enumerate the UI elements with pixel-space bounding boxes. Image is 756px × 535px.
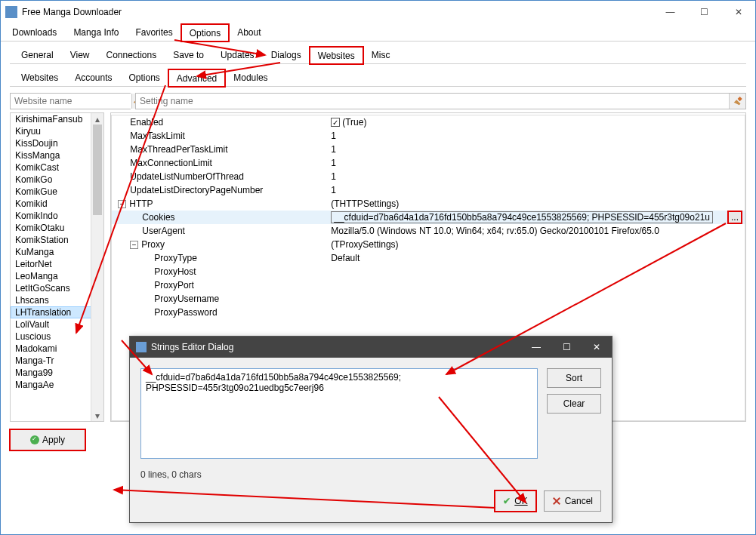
strings-textarea[interactable] [140, 368, 538, 459]
list-item[interactable]: KomikStation [11, 234, 103, 246]
close-button[interactable]: ✕ [721, 1, 755, 23]
tab-options[interactable]: Options [181, 24, 229, 42]
list-item[interactable]: Manga99 [11, 367, 103, 379]
list-item[interactable]: LHTranslation [11, 306, 103, 318]
website-list-panel: KirishimaFansubKiryuuKissDoujinKissManga… [10, 112, 104, 422]
list-item[interactable]: Komikid [11, 198, 103, 210]
check-icon: ✔ [503, 496, 511, 506]
prop-proxyport[interactable]: ProxyPort [112, 278, 745, 292]
checkbox-icon: ✓ [331, 118, 340, 127]
cookies-value[interactable]: __cfduid=d7ba6d4a1da716fd150bb5a8a794c49… [331, 211, 713, 223]
list-item[interactable]: KomikGue [11, 186, 103, 198]
prop-proxypass[interactable]: ProxyPassword [112, 306, 745, 319]
website-search [10, 93, 131, 109]
scroll-up-icon[interactable]: ▴ [91, 113, 103, 125]
tab-downloads[interactable]: Downloads [4, 23, 65, 41]
tab-websites[interactable]: Websites [13, 69, 66, 86]
tab-connections[interactable]: Connections [98, 46, 165, 63]
tab-save-to[interactable]: Save to [165, 46, 212, 63]
list-item[interactable]: KomikOtaku [11, 222, 103, 234]
dialog-status: 0 lines, 0 chars [130, 469, 612, 484]
tab-about[interactable]: About [229, 23, 269, 41]
list-item[interactable]: Luscious [11, 331, 103, 343]
prop-proxy[interactable]: −Proxy(TProxySettings) [112, 238, 745, 251]
tab-view[interactable]: View [62, 46, 98, 63]
list-item[interactable]: LetItGoScans [11, 282, 103, 294]
edit-cookies-button[interactable]: ... [728, 211, 742, 223]
tab-options[interactable]: Options [121, 69, 168, 86]
prop-maxconn[interactable]: MaxConnectionLimit1 [112, 156, 745, 170]
main-tabs: DownloadsManga InfoFavoritesOptionsAbout [1, 23, 755, 42]
list-item[interactable]: Kiryuu [11, 125, 103, 137]
tab-advanced[interactable]: Advanced [168, 69, 225, 87]
app-icon [5, 6, 17, 18]
options-tabs: GeneralViewConnectionsSave toUpdatesDial… [10, 46, 746, 64]
tab-favorites[interactable]: Favorites [127, 23, 181, 41]
setting-search [135, 93, 746, 109]
dialog-minimize-button[interactable]: — [521, 337, 551, 358]
cancel-button[interactable]: Cancel [544, 490, 601, 512]
prop-enabled[interactable]: Enabled✓ (True) [112, 115, 745, 129]
prop-cookies[interactable]: Cookies__cfduid=d7ba6d4a1da716fd150bb5a8… [112, 211, 745, 224]
list-item[interactable]: KuManga [11, 246, 103, 258]
strings-editor-dialog: Strings Editor Dialog — ☐ ✕ Sort Clear 0… [129, 336, 613, 523]
list-item[interactable]: KomikCast [11, 161, 103, 174]
close-icon [552, 497, 561, 506]
apply-button[interactable]: Apply [10, 429, 85, 450]
maximize-button[interactable]: ☐ [687, 1, 721, 23]
tab-manga-info[interactable]: Manga Info [65, 23, 127, 41]
tab-dialogs[interactable]: Dialogs [263, 46, 310, 63]
prop-http[interactable]: −HTTP(THTTPSettings) [112, 197, 745, 211]
collapse-icon[interactable]: − [130, 241, 138, 249]
tab-misc[interactable]: Misc [363, 46, 399, 63]
dialog-maximize-button[interactable]: ☐ [551, 337, 582, 358]
website-search-input[interactable] [11, 94, 131, 109]
list-item[interactable]: LoliVault [11, 318, 103, 331]
prop-proxytype[interactable]: ProxyTypeDefault [112, 251, 745, 265]
sort-button[interactable]: Sort [547, 368, 601, 388]
dialog-titlebar: Strings Editor Dialog — ☐ ✕ [130, 337, 612, 358]
scrollbar[interactable]: ▴ ▾ [91, 113, 103, 421]
clear-button[interactable]: Clear [547, 394, 601, 414]
prop-useragent[interactable]: UserAgentMozilla/5.0 (Windows NT 10.0; W… [112, 224, 745, 238]
check-icon [30, 435, 39, 444]
dialog-close-button[interactable]: ✕ [582, 337, 612, 358]
list-item[interactable]: Lhscans [11, 294, 103, 306]
window-title: Free Manga Downloader [22, 7, 653, 17]
collapse-icon[interactable]: − [118, 200, 126, 208]
list-item[interactable]: MangaAe [11, 379, 103, 391]
list-item[interactable]: KomikGo [11, 174, 103, 186]
tab-general[interactable]: General [13, 46, 62, 63]
dialog-icon [136, 342, 147, 352]
prop-maxtask[interactable]: MaxTaskLimit1 [112, 129, 745, 143]
minimize-button[interactable]: — [653, 1, 687, 23]
list-item[interactable]: KissManga [11, 149, 103, 161]
setting-search-input[interactable] [136, 94, 729, 109]
tab-accounts[interactable]: Accounts [66, 69, 120, 86]
tab-modules[interactable]: Modules [225, 69, 276, 86]
prop-proxyuser[interactable]: ProxyUsername [112, 292, 745, 306]
website-list[interactable]: KirishimaFansubKiryuuKissDoujinKissManga… [11, 113, 103, 391]
prop-updldir[interactable]: UpdateListDirectoryPageNumber1 [112, 183, 745, 197]
prop-maxthread[interactable]: MaxThreadPerTaskLimit1 [112, 143, 745, 156]
list-item[interactable]: KissDoujin [11, 137, 103, 149]
tab-websites[interactable]: Websites [310, 47, 363, 64]
scroll-down-icon[interactable]: ▾ [91, 410, 103, 421]
list-item[interactable]: KirishimaFansub [11, 113, 103, 125]
list-item[interactable]: LeoManga [11, 270, 103, 282]
clear-setting-search-icon[interactable] [729, 94, 745, 109]
websites-tabs: WebsitesAccountsOptionsAdvancedModules [10, 69, 746, 87]
list-item[interactable]: Manga-Tr [11, 355, 103, 367]
svg-rect-1 [737, 97, 742, 101]
tab-updates[interactable]: Updates [212, 46, 263, 63]
scroll-thumb[interactable] [93, 125, 102, 215]
list-item[interactable]: KomikIndo [11, 210, 103, 222]
dialog-title: Strings Editor Dialog [151, 342, 233, 352]
prop-updlist[interactable]: UpdateListNumberOfThread1 [112, 170, 745, 183]
list-item[interactable]: LeitorNet [11, 258, 103, 270]
list-item[interactable]: Madokami [11, 343, 103, 355]
ok-button[interactable]: ✔OK [495, 490, 535, 512]
prop-proxyhost[interactable]: ProxyHost [112, 265, 745, 278]
titlebar: Free Manga Downloader — ☐ ✕ [1, 1, 755, 23]
